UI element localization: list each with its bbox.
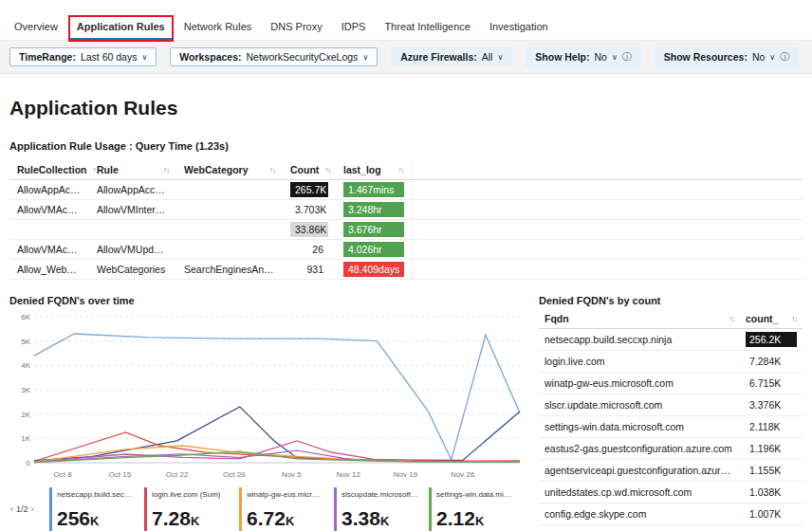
cell-fqdn: config.edge.skype.com	[539, 504, 740, 525]
filter-label: TimeRange:	[19, 51, 76, 63]
svg-text:0: 0	[27, 459, 31, 467]
svg-text:Nov 12: Nov 12	[337, 470, 361, 479]
cell-count: 3.376K	[740, 394, 803, 416]
svg-text:3K: 3K	[21, 386, 30, 394]
tab[interactable]: Investigation	[483, 17, 555, 40]
tile-unit: K	[191, 514, 199, 528]
metric-tile[interactable]: login.live.com (Sum) 7.28K	[144, 487, 233, 531]
filter-label: Show Resources:	[664, 51, 747, 63]
metric-tile[interactable]: winatp-gw-eus.microsoft... 6.72K	[239, 487, 328, 531]
column-header-label: last_log	[343, 164, 381, 175]
filler-cell	[412, 160, 803, 180]
cell-fqdn: agentserviceapi.guestconfiguration.azure…	[539, 460, 740, 482]
chevron-down-icon: ∨	[612, 53, 618, 62]
filter-label: Show Help:	[535, 51, 589, 63]
cell-count: 1.196K	[740, 438, 803, 460]
tab-label: Investigation	[489, 21, 548, 32]
cell-count: 256.2K	[740, 329, 803, 351]
cell-count: 1.038K	[740, 482, 803, 504]
column-header[interactable]: WebCategory ↑↓	[176, 160, 283, 180]
pager-prev-icon[interactable]: ‹	[9, 504, 14, 514]
column-header-label: RuleCollection	[17, 164, 87, 175]
tab[interactable]: Threat Intelligence	[378, 17, 477, 40]
filter-label: Workspaces:	[179, 51, 241, 63]
cell-last-log: 48.409days	[336, 260, 412, 280]
tab[interactable]: IDPS	[335, 17, 373, 40]
filter-pill[interactable]: Workspaces: NetworkSecurityCxeLogs ∨	[170, 47, 378, 66]
svg-text:2K: 2K	[21, 411, 30, 419]
filter-value: All	[482, 51, 493, 63]
tile-unit: K	[286, 514, 294, 528]
table-row: 33.86K 3.676hr	[9, 220, 803, 240]
column-header[interactable]: RuleCollection ↑↓	[9, 160, 89, 180]
cell-web-category	[176, 200, 283, 220]
cell-rule: AllowVMInternet	[89, 200, 176, 220]
info-icon[interactable]: ⓘ	[780, 50, 789, 64]
cell-rule: WebCategories	[89, 260, 176, 280]
cell-fqdn: login.live.com	[539, 351, 740, 373]
svg-text:Oct 29: Oct 29	[223, 470, 246, 479]
chevron-down-icon: ∨	[769, 53, 775, 62]
cell-count: 7.284K	[740, 351, 803, 373]
tile-value: 7.28	[152, 507, 191, 529]
filter-pill[interactable]: Show Resources: No ∨ ⓘ	[655, 46, 799, 67]
filter-value: NetworkSecurityCxeLogs	[246, 51, 358, 63]
cell-count: 33.86K	[283, 220, 336, 240]
column-header-fqdn[interactable]: Fqdn ↑↓	[539, 309, 740, 329]
metric-tile[interactable]: netsecapp.build.seccxp.ni... 256K	[49, 487, 138, 531]
column-header[interactable]: Count ↑↓	[283, 160, 336, 180]
filter-pill[interactable]: Show Help: No ∨ ⓘ	[526, 46, 640, 67]
tab-label: Overview	[14, 21, 58, 32]
cell-count: 3.703K	[283, 200, 336, 220]
cell-count: 1.007K	[740, 504, 803, 525]
sort-icon: ↑↓	[729, 315, 734, 323]
cell-count: 992	[740, 525, 803, 531]
tab[interactable]: Network Rules	[177, 17, 259, 40]
metric-tile[interactable]: settings-win.data.micros... 2.12K	[429, 487, 518, 531]
filler-cell	[412, 180, 803, 200]
info-icon[interactable]: ⓘ	[622, 50, 632, 64]
cell-fqdn: slscr.update.microsoft.com	[539, 394, 740, 416]
tab-bar: Overview Application Rules Network Rules…	[0, 0, 812, 40]
column-header-count[interactable]: count_ ↑↓	[740, 309, 803, 329]
filter-value: No	[752, 51, 765, 63]
tab[interactable]: DNS Proxy	[264, 17, 328, 40]
filter-pill[interactable]: Azure Firewalls: All ∨	[391, 47, 512, 66]
metric-tile[interactable]: slscupdate.microsoft.c... 3.38K	[334, 487, 423, 531]
filler-cell	[412, 200, 803, 220]
tab[interactable]: Application Rules	[70, 17, 172, 40]
cell-rule: AllowAppAccess	[89, 180, 176, 200]
chevron-down-icon: ∨	[141, 53, 147, 62]
table-row: agentserviceapi.guestconfiguration.azure…	[539, 460, 803, 482]
cell-last-log: 4.026hr	[336, 240, 412, 260]
cell-rule-collection: Allow_Websites	[9, 260, 89, 280]
page-title: Application Rules	[9, 97, 803, 119]
cell-rule-collection: AllowVMAccess	[9, 240, 89, 260]
filter-pill[interactable]: TimeRange: Last 60 days ∨	[9, 47, 157, 66]
tab-label: Network Rules	[184, 21, 252, 32]
tile-label: netsecapp.build.seccxp.ni...	[57, 490, 134, 499]
svg-text:Nov 26: Nov 26	[451, 470, 475, 479]
cell-last-log: 3.248hr	[336, 200, 412, 220]
table-row: AllowVMAccess AllowVMUpdates 26 4.026hr	[9, 240, 803, 260]
tile-value: 6.72	[247, 507, 286, 529]
tab-label: IDPS	[341, 21, 366, 32]
cell-fqdn: oneclient.sfx.ms	[539, 525, 740, 531]
svg-text:1K: 1K	[21, 434, 30, 443]
table-row: netsecapp.build.seccxp.ninja 256.2K	[539, 329, 803, 351]
table-row: eastus2-gas.guestconfiguration.azure.com…	[539, 438, 803, 460]
table-row: AllowVMAccess AllowVMInternet 3.703K 3.2…	[9, 200, 803, 220]
tab[interactable]: Overview	[8, 17, 65, 40]
column-header[interactable]: last_log ↑↓	[336, 160, 412, 180]
column-header-label: Fqdn	[544, 313, 569, 324]
denied-fqdns-over-time-chart: 6K5K4K3K2K1K0Oct 8Oct 15Oct 22Oct 29Nov …	[9, 309, 526, 485]
column-header-label: Rule	[97, 164, 119, 175]
column-header[interactable]: Rule ↑↓	[89, 160, 176, 180]
column-header-label: WebCategory	[184, 164, 249, 175]
cell-count: 26	[283, 240, 336, 260]
filler-cell	[412, 240, 803, 260]
tile-pager: ‹ 1/2 ›	[9, 504, 44, 514]
filler-cell	[412, 220, 803, 240]
sort-icon: ↑↓	[163, 166, 169, 174]
pager-next-icon[interactable]: ›	[30, 504, 35, 514]
